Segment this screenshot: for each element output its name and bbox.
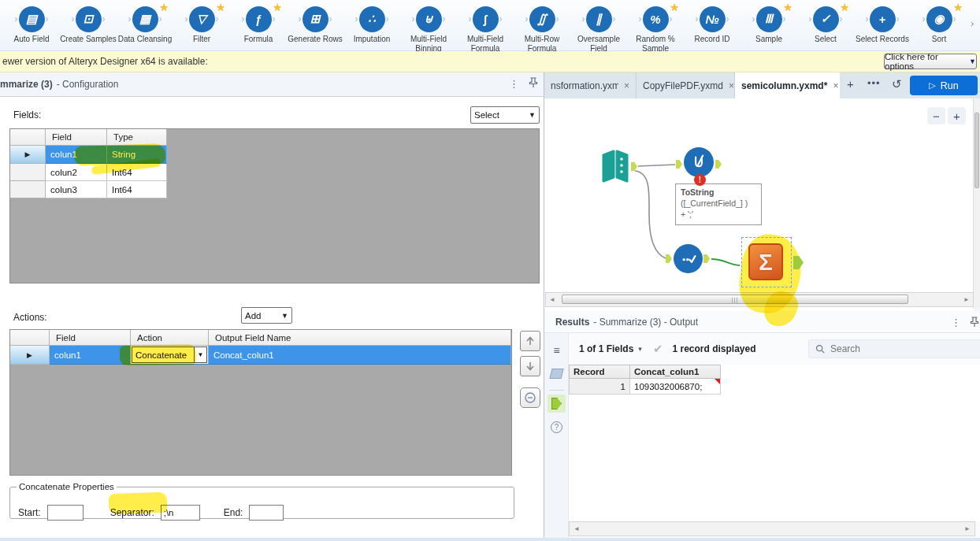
toolbar-tool-auto-field[interactable]: ›▤› Auto Field: [3, 5, 60, 44]
favorite-star-icon: ★: [783, 2, 793, 13]
fields-row-colun3[interactable]: colun3 Int64: [10, 181, 167, 198]
dropdown-caret-icon[interactable]: ▾: [638, 345, 642, 353]
version-history-icon[interactable]: ↺: [892, 77, 902, 91]
tool-output-arrow-icon: ›: [45, 14, 50, 24]
tool-label: Data Cleansing: [117, 35, 173, 44]
new-workflow-plus-icon[interactable]: +: [847, 77, 854, 91]
field-type-cell[interactable]: String: [107, 146, 167, 164]
search-input[interactable]: [830, 343, 964, 354]
field-name-cell[interactable]: colun3: [46, 181, 107, 198]
action-field-cell[interactable]: colun1: [50, 346, 131, 365]
sigma-icon: Σ: [759, 249, 773, 276]
toolbar-tool-multi-row-formula[interactable]: ›∬› Multi-Row Formula: [514, 5, 570, 53]
close-tab-icon[interactable]: ×: [729, 80, 734, 91]
toolbar-tool-filter[interactable]: ★ ›▽› Filter: [173, 5, 230, 44]
field-type-cell[interactable]: Int64: [107, 181, 167, 198]
actions-add-dropdown[interactable]: Add▼: [241, 307, 292, 324]
toolbar-tool-formula[interactable]: ★ ›ƒ› Formula: [230, 5, 287, 44]
record-value-cell[interactable]: 1093032006870;: [629, 379, 721, 395]
input-data-tool[interactable]: [599, 148, 632, 187]
tab-overflow-icon[interactable]: •••: [867, 77, 881, 89]
results-col-record[interactable]: Record: [569, 365, 630, 379]
toolbar-tool-imputation[interactable]: ›∴› Imputation: [343, 5, 400, 44]
move-action-up-button[interactable]: [520, 331, 540, 351]
toolbar-tool-random-percent-sample[interactable]: ★ ›%› Random % Sample: [627, 5, 684, 53]
results-search-box[interactable]: [808, 339, 980, 358]
output-anchor-button[interactable]: [548, 395, 566, 413]
record-number-cell[interactable]: 1: [569, 379, 630, 395]
tool-label: Formula: [230, 35, 287, 44]
config-pin-icon[interactable]: [529, 77, 538, 91]
tool-input-arrow-icon: ›: [71, 14, 76, 24]
fields-row-colun1[interactable]: ▶ colun1 String: [10, 146, 167, 164]
multi-field-binning-icon: ⊎: [416, 6, 442, 32]
scroll-right-icon[interactable]: ►: [963, 296, 970, 303]
action-combo[interactable]: Concatenate ▼: [132, 346, 207, 363]
fields-select-dropdown[interactable]: Select▼: [470, 106, 540, 124]
toolbar-tool-select-records[interactable]: ›+› Select Records: [854, 5, 911, 44]
tool-annotation[interactable]: ToString ([_CurrentField_] ) + ';': [675, 183, 762, 225]
select-tool[interactable]: [674, 244, 703, 273]
results-pin-icon[interactable]: [970, 317, 979, 330]
field-name-cell[interactable]: colun1: [46, 146, 107, 164]
tab-copyfilepdf[interactable]: CopyFilePDF.yxmd×: [637, 72, 735, 98]
results-h-scrollbar[interactable]: ◄ ►: [569, 521, 975, 536]
scrollbar-thumb[interactable]: |||: [562, 295, 908, 304]
actions-col-action: Action: [131, 330, 209, 346]
actions-col-field: Field: [50, 330, 131, 346]
error-badge-icon[interactable]: !: [694, 174, 706, 186]
field-type-cell[interactable]: Int64: [107, 164, 167, 181]
toolbar-tool-multi-field-formula[interactable]: ›∫› Multi-Field Formula: [457, 5, 514, 53]
canvas-v-scrollbar[interactable]: [973, 98, 980, 308]
scroll-left-icon[interactable]: ◄: [574, 525, 580, 532]
close-tab-icon[interactable]: ×: [833, 80, 838, 91]
fields-summary[interactable]: 1 of 1 Fields: [579, 343, 633, 354]
toolbar-tool-data-cleansing[interactable]: ★ ›▦› Data Cleansing: [117, 5, 173, 44]
tab-semicolumn[interactable]: semicolumn.yxmd*×: [735, 72, 840, 98]
remove-action-button[interactable]: [520, 387, 540, 408]
toolbar-tool-oversample-field[interactable]: ›∥› Oversample Field: [570, 5, 627, 53]
canvas-h-scrollbar[interactable]: ◄ ||| ►: [545, 292, 974, 307]
toolbar-tool-sample[interactable]: ★ ›Ⅲ› Sample: [741, 5, 797, 44]
config-menu-icon[interactable]: ⋮: [509, 78, 519, 90]
annotation-line: ([_CurrentField_] ): [681, 198, 756, 209]
sort-icon: ◉: [926, 6, 952, 32]
move-action-down-button[interactable]: [520, 356, 540, 376]
window-bottom-edge: [0, 538, 980, 541]
row-selector: [10, 181, 46, 198]
palette-overflow-chevron-icon[interactable]: ›: [971, 17, 974, 29]
scroll-left-icon[interactable]: ◄: [549, 296, 555, 303]
run-button[interactable]: ▷Run: [910, 76, 978, 95]
action-output-cell[interactable]: Concat_colun1: [209, 346, 511, 365]
separator-input[interactable]: [161, 505, 200, 521]
fields-row-colun2[interactable]: colun2 Int64: [10, 164, 167, 181]
toolbar-tool-sort[interactable]: ★ ›◉› Sort: [911, 5, 967, 44]
toolbar-tool-multi-field-binning[interactable]: ›⊎› Multi-Field Binning: [400, 5, 457, 53]
summarize-tool[interactable]: Σ: [748, 243, 783, 280]
workflow-canvas[interactable]: − + !: [544, 98, 974, 311]
toolbar-tool-select[interactable]: ★ ›✓› Select: [797, 5, 854, 44]
end-input[interactable]: [249, 505, 284, 521]
dropdown-caret-icon: ▼: [281, 312, 288, 320]
update-options-button[interactable]: Click here for options▼: [884, 54, 977, 69]
end-label: End:: [224, 507, 243, 518]
scrollbar-thumb[interactable]: [974, 113, 979, 188]
start-input[interactable]: [47, 505, 84, 521]
toolbar-tool-create-samples[interactable]: ›⊡› Create Samples: [60, 5, 117, 44]
toolbar-tool-record-id[interactable]: ›№› Record ID: [684, 5, 741, 44]
toolbar-tool-generate-rows[interactable]: ›⊞› Generate Rows: [287, 5, 343, 44]
scroll-right-icon[interactable]: ►: [964, 525, 971, 532]
metadata-view-icon[interactable]: [548, 365, 566, 383]
dropdown-caret-icon[interactable]: ▼: [194, 347, 206, 362]
results-col-concat[interactable]: Concat_colun1: [629, 365, 721, 379]
table-view-icon[interactable]: ≡: [548, 341, 566, 359]
close-tab-icon[interactable]: ×: [624, 80, 629, 91]
row-selector-arrow-icon: ▶: [10, 146, 46, 164]
multi-field-formula-tool[interactable]: [684, 147, 714, 177]
actions-row-colun1[interactable]: ▶ colun1 Concatenate ▼ Concat_colun1: [10, 346, 511, 365]
action-cell: Concatenate ▼: [131, 346, 209, 365]
tab-transformation[interactable]: nsformation.yxmd×: [544, 72, 637, 98]
results-menu-icon[interactable]: ⋮: [951, 317, 961, 328]
help-icon[interactable]: ?: [548, 418, 566, 436]
field-name-cell[interactable]: colun2: [46, 164, 107, 181]
